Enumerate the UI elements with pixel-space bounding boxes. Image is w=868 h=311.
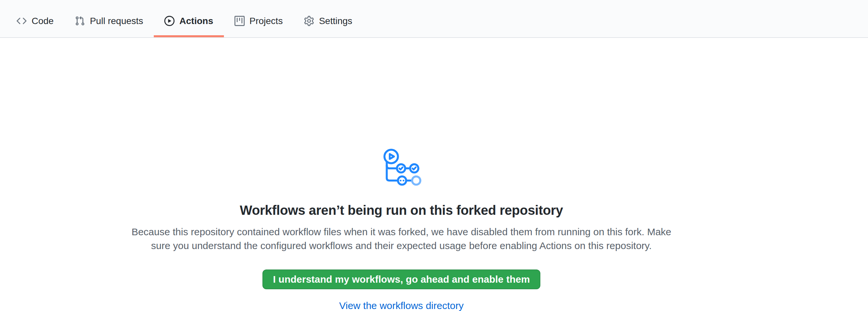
blankslate-title: Workflows aren’t being run on this forke… — [240, 202, 563, 218]
play-icon — [164, 16, 175, 26]
gear-icon — [304, 16, 314, 26]
enable-workflows-button[interactable]: I understand my workflows, go ahead and … — [262, 270, 540, 289]
tab-label: Projects — [250, 16, 283, 26]
tab-pull-requests[interactable]: Pull requests — [64, 0, 154, 37]
tab-label: Code — [32, 16, 54, 26]
git-pull-request-icon — [75, 16, 85, 26]
tab-code[interactable]: Code — [6, 0, 64, 37]
project-icon — [235, 16, 245, 26]
repo-actions-page: Code Pull requests Actions Projects Sett — [0, 0, 868, 311]
tab-label: Actions — [180, 16, 213, 26]
code-icon — [17, 16, 27, 26]
actions-blankslate: Workflows aren’t being run on this forke… — [0, 38, 868, 311]
tab-settings[interactable]: Settings — [293, 0, 363, 37]
tab-projects[interactable]: Projects — [224, 0, 293, 37]
repo-tabbar: Code Pull requests Actions Projects Sett — [0, 0, 868, 38]
workflow-graph-icon — [382, 149, 422, 186]
blankslate-description: Because this repository contained workfl… — [131, 225, 671, 253]
tab-actions[interactable]: Actions — [154, 0, 224, 37]
tab-label: Settings — [319, 16, 352, 26]
view-workflows-directory-link[interactable]: View the workflows directory — [339, 299, 464, 311]
tab-label: Pull requests — [90, 16, 143, 26]
